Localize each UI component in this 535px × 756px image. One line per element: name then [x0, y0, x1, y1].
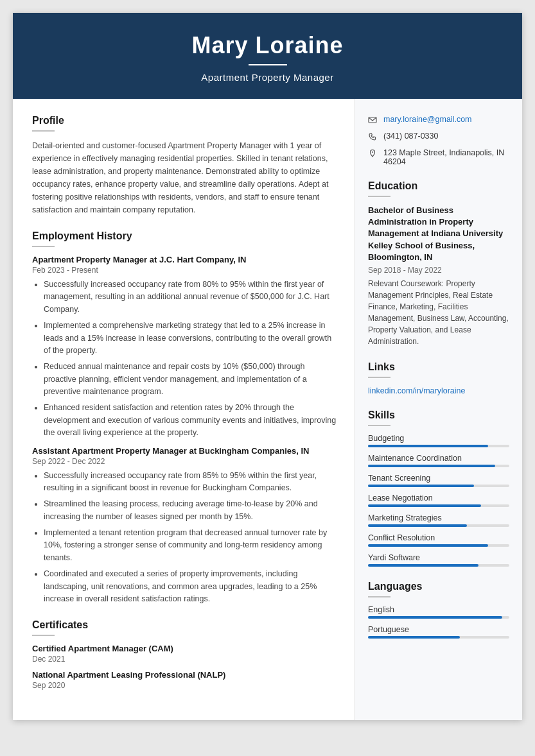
candidate-title: Apartment Property Manager [26, 72, 509, 83]
job-item: Apartment Property Manager at J.C. Hart … [32, 255, 338, 440]
profile-section: Profile Detail-oriented and customer-foc… [32, 115, 338, 216]
skill-bar-bg [368, 445, 509, 447]
skill-bar-bg [368, 485, 509, 487]
language-item: English [368, 605, 509, 619]
job-title-1: Apartment Property Manager at J.C. Hart … [32, 255, 338, 264]
email-link[interactable]: mary.loraine@gmail.com [383, 115, 472, 124]
skill-bar-fill [368, 544, 488, 547]
edu-degree: Bachelor of Business Administration in P… [368, 205, 509, 263]
skill-bar-bg [368, 524, 509, 527]
skill-name: Budgeting [368, 434, 509, 443]
cert-item: National Apartment Leasing Professional … [32, 670, 338, 690]
education-divider [368, 196, 390, 197]
profile-divider [32, 130, 55, 132]
skills-title: Skills [368, 409, 509, 421]
skill-bar-fill [368, 564, 478, 567]
job-date-1: Feb 2023 - Present [32, 266, 338, 275]
skill-item: Tenant Screening [368, 474, 509, 487]
skill-bar-bg [368, 544, 509, 547]
cert-name-1: Certified Apartment Manager (CAM) [32, 644, 338, 653]
svg-point-1 [372, 151, 373, 153]
skill-name: Conflict Resolution [368, 533, 509, 542]
contact-address-item: 123 Maple Street, Indianapolis, IN 46204 [368, 148, 509, 166]
certificates-title: Certificates [32, 619, 338, 631]
cert-date-1: Dec 2021 [32, 655, 338, 664]
skills-list: Budgeting Maintenance Coordination Tenan… [368, 434, 509, 567]
skill-bar-fill [368, 465, 495, 467]
skill-item: Yardi Software [368, 553, 509, 567]
skill-name: Yardi Software [368, 553, 509, 562]
languages-divider [368, 596, 390, 597]
contact-email-item: mary.loraine@gmail.com [368, 115, 509, 126]
skill-bar-bg [368, 504, 509, 507]
bullet: Coordinated and executed a series of pro… [44, 568, 338, 605]
employment-section: Employment History Apartment Property Ma… [32, 230, 338, 605]
education-section: Education Bachelor of Business Administr… [368, 180, 509, 347]
job-bullets-1: Successfully increased occupancy rate fr… [32, 279, 338, 440]
skill-name: Lease Negotiation [368, 494, 509, 503]
language-bar-fill [368, 616, 502, 619]
bullet: Implemented a tenant retention program t… [44, 527, 338, 564]
location-icon [368, 149, 380, 160]
edu-coursework: Relevant Coursework: Property Management… [368, 278, 509, 347]
profile-text: Detail-oriented and customer-focused Apa… [32, 139, 338, 216]
skill-item: Marketing Strategies [368, 513, 509, 527]
skill-name: Tenant Screening [368, 474, 509, 483]
language-bar-fill [368, 636, 460, 639]
resume-container: Mary Loraine Apartment Property Manager … [13, 13, 522, 720]
language-item: Portuguese [368, 625, 509, 639]
skill-bar-fill [368, 504, 481, 507]
links-title: Links [368, 361, 509, 373]
resume-header: Mary Loraine Apartment Property Manager [13, 13, 522, 99]
skill-name: Marketing Strategies [368, 513, 509, 522]
skill-item: Conflict Resolution [368, 533, 509, 547]
skill-bar-fill [368, 445, 488, 447]
skills-section: Skills Budgeting Maintenance Coordinatio… [368, 409, 509, 567]
skill-item: Lease Negotiation [368, 494, 509, 507]
cert-item: Certified Apartment Manager (CAM) Dec 20… [32, 644, 338, 664]
address-text: 123 Maple Street, Indianapolis, IN 46204 [383, 148, 509, 166]
education-title: Education [368, 180, 509, 192]
skill-item: Maintenance Coordination [368, 454, 509, 467]
links-divider [368, 377, 390, 378]
phone-icon [368, 132, 380, 143]
job-bullets-2: Successfully increased occupancy rate fr… [32, 470, 338, 606]
linkedin-link[interactable]: linkedin.com/in/maryloraine [368, 386, 465, 395]
languages-list: English Portuguese [368, 605, 509, 639]
email-icon [368, 116, 380, 126]
skill-bar-fill [368, 524, 467, 527]
job-date-2: Sep 2022 - Dec 2022 [32, 457, 338, 466]
language-name: English [368, 605, 509, 614]
skills-divider [368, 425, 390, 426]
skill-name: Maintenance Coordination [368, 454, 509, 463]
bullet: Enhanced resident satisfaction and reten… [44, 402, 338, 439]
cert-name-2: National Apartment Leasing Professional … [32, 670, 338, 680]
profile-title: Profile [32, 115, 338, 126]
candidate-name: Mary Loraine [26, 32, 509, 59]
contact-section: mary.loraine@gmail.com (341) 087-0330 [368, 115, 509, 166]
phone-number: (341) 087-0330 [383, 132, 438, 141]
language-bar-bg [368, 616, 509, 619]
skill-item: Budgeting [368, 434, 509, 447]
job-title-2: Assistant Apartment Property Manager at … [32, 446, 338, 456]
certificates-section: Certificates Certified Apartment Manager… [32, 619, 338, 690]
languages-title: Languages [368, 581, 509, 592]
bullet: Streamlined the leasing process, reducin… [44, 498, 338, 523]
cert-date-2: Sep 2020 [32, 681, 338, 690]
skill-bar-bg [368, 564, 509, 567]
left-column: Profile Detail-oriented and customer-foc… [13, 99, 355, 720]
right-column: mary.loraine@gmail.com (341) 087-0330 [355, 99, 522, 720]
bullet: Successfully increased occupancy rate fr… [44, 279, 338, 316]
certificates-divider [32, 635, 55, 636]
skill-bar-fill [368, 485, 474, 487]
links-section: Links linkedin.com/in/maryloraine [368, 361, 509, 395]
languages-section: Languages English Portuguese [368, 581, 509, 639]
contact-phone-item: (341) 087-0330 [368, 132, 509, 143]
job-item: Assistant Apartment Property Manager at … [32, 446, 338, 606]
header-divider [249, 64, 287, 65]
employment-divider [32, 246, 55, 247]
bullet: Implemented a comprehensive marketing st… [44, 320, 338, 357]
language-name: Portuguese [368, 625, 509, 634]
bullet: Reduced annual maintenance and repair co… [44, 361, 338, 398]
employment-title: Employment History [32, 230, 338, 242]
